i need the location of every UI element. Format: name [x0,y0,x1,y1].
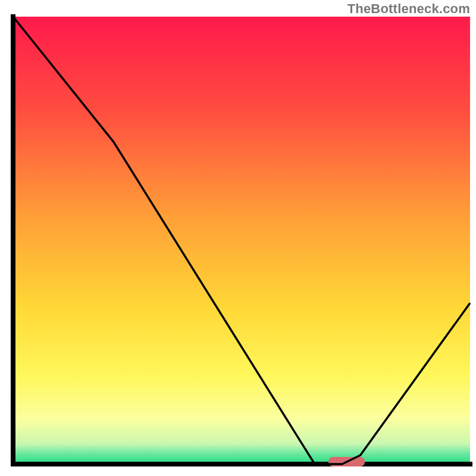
bottleneck-chart [0,0,476,476]
chart-frame: TheBottleneck.com [0,0,476,476]
